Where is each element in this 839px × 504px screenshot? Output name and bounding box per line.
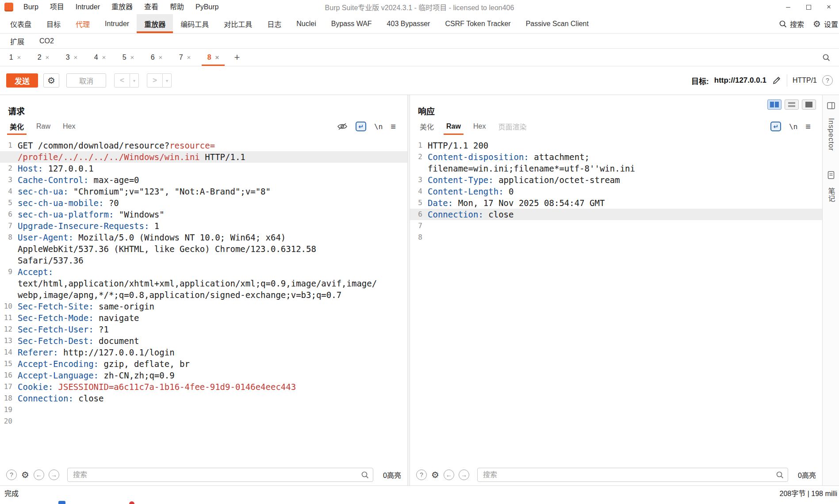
close-button[interactable]: × [819,0,839,14]
editor-menu-icon[interactable]: ≡ [391,122,396,132]
edit-target-icon[interactable] [772,76,782,85]
code-row[interactable]: webp,image/apng,*/*;q=0.8,application/si… [0,289,407,301]
help-icon[interactable]: ? [416,470,427,480]
main-tab-Passive Scan Client[interactable]: Passive Scan Client [518,14,596,33]
code-row[interactable]: 17Cookie: JSESSIONID=a6c11c7a-1b16-4fee-… [0,381,407,393]
code-row[interactable]: 11Sec-Fetch-Mode: navigate [0,312,407,324]
prev-match-button[interactable]: ← [444,470,454,480]
help-icon[interactable]: ? [822,75,833,86]
repeater-tab-3[interactable]: 3× [57,49,86,66]
code-row[interactable]: Safari/537.36 [0,255,407,266]
next-match-button[interactable]: → [49,470,59,480]
maximize-button[interactable] [798,0,819,14]
code-row[interactable]: 1HTTP/1.1 200 [410,140,822,151]
editor-tab-美化[interactable]: 美化 [414,117,440,136]
main-tab-日志[interactable]: 日志 [260,14,289,33]
code-row[interactable]: 6sec-ch-ua-platform: "Windows" [0,209,407,220]
editor-tab-美化[interactable]: 美化 [4,117,30,136]
main-tab-编码工具[interactable]: 编码工具 [173,14,216,33]
code-row[interactable]: 1GET /common/download/resource?resource= [0,140,407,151]
code-row[interactable]: 20 [0,416,407,427]
code-row[interactable]: 5Date: Mon, 17 Nov 2025 08:54:47 GMT [410,197,822,209]
code-row[interactable]: 18Connection: close [0,393,407,404]
code-row[interactable]: 12Sec-Fetch-User: ?1 [0,324,407,335]
code-row[interactable]: 16Accept-Language: zh-CN,zh;q=0.9 [0,370,407,381]
repeater-tab-5[interactable]: 5× [114,49,142,66]
editor-tab-Raw[interactable]: Raw [440,117,467,136]
code-row[interactable]: 2Host: 127.0.0.1 [0,163,407,174]
code-row[interactable]: 15Accept-Encoding: gzip, deflate, br [0,358,407,370]
code-row[interactable]: 3Cache-Control: max-age=0 [0,174,407,186]
word-wrap-icon[interactable]: ↵ [770,122,781,131]
prev-match-button[interactable]: ← [34,470,44,480]
code-row[interactable]: 2Content-disposition: attachment; [410,151,822,163]
tab-close-icon[interactable]: × [74,53,78,61]
response-editor[interactable]: 1HTTP/1.1 2002Content-disposition: attac… [410,136,822,464]
menu-item-重放器[interactable]: 重放器 [106,0,138,14]
history-forward-button[interactable]: > [147,73,163,88]
send-button[interactable]: 发送 [6,73,38,88]
request-editor[interactable]: 1GET /common/download/resource?resource=… [0,136,407,464]
layout-columns-button[interactable] [767,99,782,110]
request-settings-button[interactable]: ⚙ [43,73,59,88]
code-row[interactable]: 7Upgrade-Insecure-Requests: 1 [0,220,407,232]
code-row[interactable]: 13Sec-Fetch-Dest: document [0,335,407,347]
main-tab-Nuclei[interactable]: Nuclei [289,14,323,33]
code-row[interactable]: 8User-Agent: Mozilla/5.0 (Windows NT 10.… [0,232,407,243]
layout-rows-button[interactable] [785,99,799,110]
search-settings-icon[interactable]: ⚙ [431,470,439,480]
main-tab-Bypass WAF[interactable]: Bypass WAF [324,14,379,33]
main-tab-目标[interactable]: 目标 [39,14,68,33]
code-row[interactable]: 6Connection: close [410,209,822,220]
code-row[interactable]: 4Content-Length: 0 [410,186,822,197]
menu-item-Burp[interactable]: Burp [18,0,44,14]
layout-single-button[interactable] [802,99,816,110]
code-row[interactable]: 10Sec-Fetch-Site: same-origin [0,301,407,312]
newline-chars-icon[interactable]: \n [374,122,383,131]
editor-tab-Hex[interactable]: Hex [57,117,81,136]
next-match-button[interactable]: → [459,470,469,480]
main-tab-CSRF Token Tracker[interactable]: CSRF Token Tracker [437,14,518,33]
tab-close-icon[interactable]: × [102,53,106,61]
editor-tab-Hex[interactable]: Hex [467,117,492,136]
tab-close-icon[interactable]: × [46,53,50,61]
code-row[interactable]: 9Accept: [0,266,407,278]
tab-close-icon[interactable]: × [215,53,219,61]
code-row[interactable]: /profile/../../../../Windows/win.ini HTT… [0,151,407,163]
word-wrap-icon[interactable]: ↵ [356,122,366,131]
repeater-tab-6[interactable]: 6× [142,49,171,66]
tab-close-icon[interactable]: × [130,53,134,61]
code-row[interactable]: AppleWebKit/537.36 (KHTML, like Gecko) C… [0,243,407,255]
menu-item-查看[interactable]: 查看 [138,0,164,14]
newline-chars-icon[interactable]: \n [789,122,797,131]
main-tab-重放器[interactable]: 重放器 [137,14,173,33]
menu-item-项目[interactable]: 项目 [44,0,70,14]
code-row[interactable]: filename=win.ini;filename*=utf-8''win.in… [410,163,822,174]
repeater-tab-1[interactable]: 1× [1,49,29,66]
menu-item-PyBurp[interactable]: PyBurp [190,0,224,14]
notes-label[interactable]: 笔记 [826,187,836,202]
main-tab-Intruder[interactable]: Intruder [97,14,137,33]
main-tab-仪表盘[interactable]: 仪表盘 [3,14,39,33]
request-search-input[interactable] [67,468,373,482]
main-tab-对比工具[interactable]: 对比工具 [216,14,260,33]
history-back-dropdown[interactable]: ▾ [130,73,139,88]
repeater-tab-search-icon[interactable] [822,53,830,61]
new-repeater-tab-button[interactable]: + [227,49,247,66]
minimize-button[interactable]: – [778,0,798,14]
code-row[interactable]: 5sec-ch-ua-mobile: ?0 [0,197,407,209]
inspector-label[interactable]: Inspector [827,118,835,151]
global-search-control[interactable]: 搜索 [779,19,804,29]
repeater-tab-7[interactable]: 7× [171,49,199,66]
code-row[interactable]: 8 [410,232,822,243]
response-search-input[interactable] [477,468,788,482]
code-row[interactable]: text/html,application/xhtml+xml,applicat… [0,278,407,289]
editor-menu-icon[interactable]: ≡ [805,122,811,132]
editor-tab-页面渲染[interactable]: 页面渲染 [492,117,533,136]
cancel-button[interactable]: 取消 [66,73,106,88]
tab-close-icon[interactable]: × [17,53,21,61]
tab-close-icon[interactable]: × [159,53,163,61]
code-row[interactable]: 7 [410,220,822,232]
menu-item-帮助[interactable]: 帮助 [164,0,190,14]
code-row[interactable]: 14Referer: http://127.0.0.1/login [0,347,407,358]
